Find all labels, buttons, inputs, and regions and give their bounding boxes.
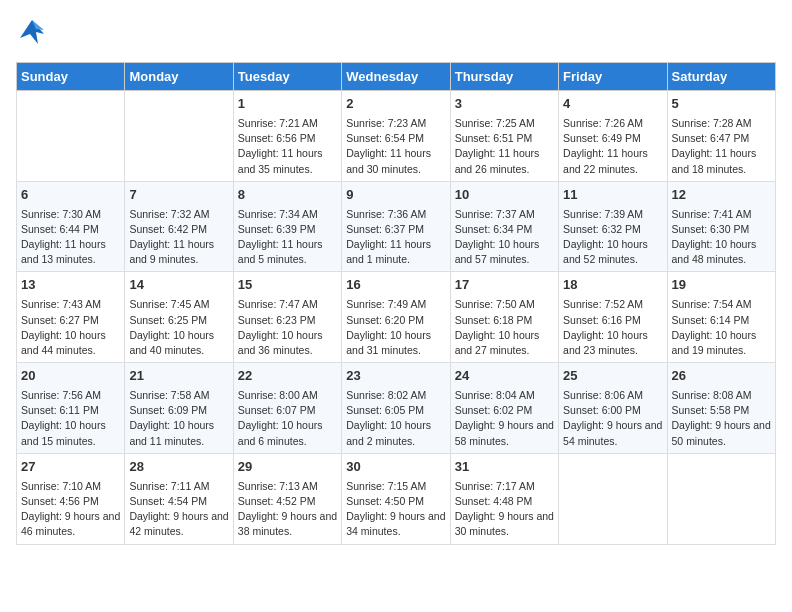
calendar-cell: 20Sunrise: 7:56 AM Sunset: 6:11 PM Dayli… — [17, 363, 125, 454]
day-info: Sunrise: 8:08 AM Sunset: 5:58 PM Dayligh… — [672, 388, 771, 449]
day-info: Sunrise: 7:49 AM Sunset: 6:20 PM Dayligh… — [346, 297, 445, 358]
calendar-cell: 10Sunrise: 7:37 AM Sunset: 6:34 PM Dayli… — [450, 181, 558, 272]
day-number: 4 — [563, 95, 662, 114]
day-number: 11 — [563, 186, 662, 205]
day-number: 12 — [672, 186, 771, 205]
day-info: Sunrise: 7:41 AM Sunset: 6:30 PM Dayligh… — [672, 207, 771, 268]
day-info: Sunrise: 7:13 AM Sunset: 4:52 PM Dayligh… — [238, 479, 337, 540]
svg-marker-0 — [20, 20, 44, 44]
calendar-cell — [559, 453, 667, 544]
logo — [16, 16, 52, 54]
calendar-week-row: 1Sunrise: 7:21 AM Sunset: 6:56 PM Daylig… — [17, 91, 776, 182]
day-number: 17 — [455, 276, 554, 295]
day-info: Sunrise: 7:39 AM Sunset: 6:32 PM Dayligh… — [563, 207, 662, 268]
day-number: 29 — [238, 458, 337, 477]
day-number: 6 — [21, 186, 120, 205]
day-info: Sunrise: 7:47 AM Sunset: 6:23 PM Dayligh… — [238, 297, 337, 358]
calendar-cell: 12Sunrise: 7:41 AM Sunset: 6:30 PM Dayli… — [667, 181, 775, 272]
calendar-cell: 13Sunrise: 7:43 AM Sunset: 6:27 PM Dayli… — [17, 272, 125, 363]
page-header — [16, 16, 776, 54]
day-number: 25 — [563, 367, 662, 386]
day-info: Sunrise: 7:11 AM Sunset: 4:54 PM Dayligh… — [129, 479, 228, 540]
day-number: 16 — [346, 276, 445, 295]
day-info: Sunrise: 7:23 AM Sunset: 6:54 PM Dayligh… — [346, 116, 445, 177]
day-number: 28 — [129, 458, 228, 477]
calendar-cell: 26Sunrise: 8:08 AM Sunset: 5:58 PM Dayli… — [667, 363, 775, 454]
day-number: 20 — [21, 367, 120, 386]
calendar-week-row: 13Sunrise: 7:43 AM Sunset: 6:27 PM Dayli… — [17, 272, 776, 363]
day-info: Sunrise: 7:34 AM Sunset: 6:39 PM Dayligh… — [238, 207, 337, 268]
logo-bird-icon — [16, 16, 48, 54]
calendar-cell: 5Sunrise: 7:28 AM Sunset: 6:47 PM Daylig… — [667, 91, 775, 182]
calendar-cell: 23Sunrise: 8:02 AM Sunset: 6:05 PM Dayli… — [342, 363, 450, 454]
weekday-header-sunday: Sunday — [17, 63, 125, 91]
day-info: Sunrise: 7:10 AM Sunset: 4:56 PM Dayligh… — [21, 479, 120, 540]
calendar-cell: 3Sunrise: 7:25 AM Sunset: 6:51 PM Daylig… — [450, 91, 558, 182]
day-number: 27 — [21, 458, 120, 477]
day-number: 5 — [672, 95, 771, 114]
day-number: 22 — [238, 367, 337, 386]
calendar-cell: 28Sunrise: 7:11 AM Sunset: 4:54 PM Dayli… — [125, 453, 233, 544]
day-number: 30 — [346, 458, 445, 477]
calendar-cell: 4Sunrise: 7:26 AM Sunset: 6:49 PM Daylig… — [559, 91, 667, 182]
day-info: Sunrise: 7:43 AM Sunset: 6:27 PM Dayligh… — [21, 297, 120, 358]
day-info: Sunrise: 7:56 AM Sunset: 6:11 PM Dayligh… — [21, 388, 120, 449]
day-number: 2 — [346, 95, 445, 114]
calendar-cell: 9Sunrise: 7:36 AM Sunset: 6:37 PM Daylig… — [342, 181, 450, 272]
day-number: 21 — [129, 367, 228, 386]
day-number: 24 — [455, 367, 554, 386]
day-number: 8 — [238, 186, 337, 205]
calendar-cell — [667, 453, 775, 544]
weekday-header-wednesday: Wednesday — [342, 63, 450, 91]
calendar-cell — [17, 91, 125, 182]
calendar-cell: 29Sunrise: 7:13 AM Sunset: 4:52 PM Dayli… — [233, 453, 341, 544]
weekday-header-saturday: Saturday — [667, 63, 775, 91]
day-info: Sunrise: 7:54 AM Sunset: 6:14 PM Dayligh… — [672, 297, 771, 358]
calendar-cell — [125, 91, 233, 182]
day-info: Sunrise: 7:36 AM Sunset: 6:37 PM Dayligh… — [346, 207, 445, 268]
weekday-row: SundayMondayTuesdayWednesdayThursdayFrid… — [17, 63, 776, 91]
calendar-week-row: 6Sunrise: 7:30 AM Sunset: 6:44 PM Daylig… — [17, 181, 776, 272]
calendar-header: SundayMondayTuesdayWednesdayThursdayFrid… — [17, 63, 776, 91]
calendar-cell: 31Sunrise: 7:17 AM Sunset: 4:48 PM Dayli… — [450, 453, 558, 544]
calendar-week-row: 20Sunrise: 7:56 AM Sunset: 6:11 PM Dayli… — [17, 363, 776, 454]
day-info: Sunrise: 7:52 AM Sunset: 6:16 PM Dayligh… — [563, 297, 662, 358]
calendar-table: SundayMondayTuesdayWednesdayThursdayFrid… — [16, 62, 776, 545]
weekday-header-tuesday: Tuesday — [233, 63, 341, 91]
day-number: 1 — [238, 95, 337, 114]
day-number: 9 — [346, 186, 445, 205]
day-number: 23 — [346, 367, 445, 386]
calendar-week-row: 27Sunrise: 7:10 AM Sunset: 4:56 PM Dayli… — [17, 453, 776, 544]
day-info: Sunrise: 7:26 AM Sunset: 6:49 PM Dayligh… — [563, 116, 662, 177]
calendar-cell: 30Sunrise: 7:15 AM Sunset: 4:50 PM Dayli… — [342, 453, 450, 544]
day-info: Sunrise: 7:37 AM Sunset: 6:34 PM Dayligh… — [455, 207, 554, 268]
calendar-cell: 6Sunrise: 7:30 AM Sunset: 6:44 PM Daylig… — [17, 181, 125, 272]
day-info: Sunrise: 7:30 AM Sunset: 6:44 PM Dayligh… — [21, 207, 120, 268]
calendar-body: 1Sunrise: 7:21 AM Sunset: 6:56 PM Daylig… — [17, 91, 776, 545]
calendar-cell: 16Sunrise: 7:49 AM Sunset: 6:20 PM Dayli… — [342, 272, 450, 363]
day-number: 31 — [455, 458, 554, 477]
calendar-cell: 2Sunrise: 7:23 AM Sunset: 6:54 PM Daylig… — [342, 91, 450, 182]
day-info: Sunrise: 7:45 AM Sunset: 6:25 PM Dayligh… — [129, 297, 228, 358]
day-info: Sunrise: 7:25 AM Sunset: 6:51 PM Dayligh… — [455, 116, 554, 177]
day-info: Sunrise: 7:32 AM Sunset: 6:42 PM Dayligh… — [129, 207, 228, 268]
calendar-cell: 24Sunrise: 8:04 AM Sunset: 6:02 PM Dayli… — [450, 363, 558, 454]
calendar-cell: 19Sunrise: 7:54 AM Sunset: 6:14 PM Dayli… — [667, 272, 775, 363]
day-info: Sunrise: 8:04 AM Sunset: 6:02 PM Dayligh… — [455, 388, 554, 449]
day-info: Sunrise: 7:28 AM Sunset: 6:47 PM Dayligh… — [672, 116, 771, 177]
calendar-cell: 22Sunrise: 8:00 AM Sunset: 6:07 PM Dayli… — [233, 363, 341, 454]
day-info: Sunrise: 8:00 AM Sunset: 6:07 PM Dayligh… — [238, 388, 337, 449]
day-info: Sunrise: 7:58 AM Sunset: 6:09 PM Dayligh… — [129, 388, 228, 449]
calendar-cell: 18Sunrise: 7:52 AM Sunset: 6:16 PM Dayli… — [559, 272, 667, 363]
day-info: Sunrise: 8:06 AM Sunset: 6:00 PM Dayligh… — [563, 388, 662, 449]
calendar-cell: 11Sunrise: 7:39 AM Sunset: 6:32 PM Dayli… — [559, 181, 667, 272]
day-number: 3 — [455, 95, 554, 114]
day-number: 19 — [672, 276, 771, 295]
weekday-header-thursday: Thursday — [450, 63, 558, 91]
calendar-cell: 15Sunrise: 7:47 AM Sunset: 6:23 PM Dayli… — [233, 272, 341, 363]
calendar-cell: 8Sunrise: 7:34 AM Sunset: 6:39 PM Daylig… — [233, 181, 341, 272]
calendar-cell: 1Sunrise: 7:21 AM Sunset: 6:56 PM Daylig… — [233, 91, 341, 182]
day-info: Sunrise: 7:21 AM Sunset: 6:56 PM Dayligh… — [238, 116, 337, 177]
calendar-cell: 7Sunrise: 7:32 AM Sunset: 6:42 PM Daylig… — [125, 181, 233, 272]
day-number: 26 — [672, 367, 771, 386]
